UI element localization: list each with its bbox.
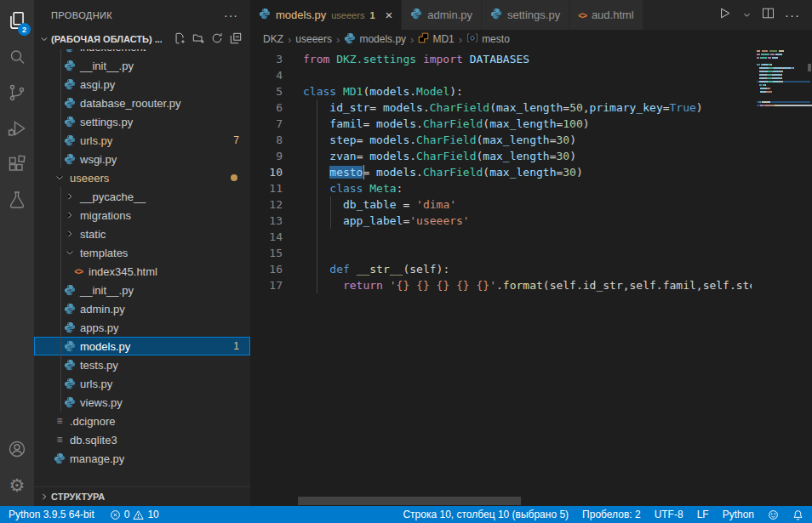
code-line-5[interactable]: 5class MD1(models.Model):: [250, 83, 752, 99]
status-cursor-position[interactable]: Строка 10, столбец 10 (выбрано 5): [403, 509, 569, 520]
activity-settings-icon[interactable]: ⚙: [0, 467, 34, 503]
refresh-icon[interactable]: [211, 32, 223, 46]
tree-item-__pycache__[interactable]: __pycache__: [34, 187, 250, 206]
explorer-sidebar: ПРОВОДНИК ··· (РАБОЧАЯ ОБЛАСТЬ) ... inde…: [34, 0, 250, 506]
python-icon: [53, 452, 66, 464]
status-python-interpreter[interactable]: Python 3.9.5 64-bit: [9, 509, 94, 520]
tree-item-wsgi.py[interactable]: wsgi.py: [34, 150, 250, 168]
explorer-actions: [174, 32, 250, 46]
line-number: 6: [250, 99, 289, 116]
code-line-3[interactable]: 3from DKZ.settings import DATABASES: [250, 51, 752, 67]
activity-run-debug-icon[interactable]: [0, 111, 34, 146]
new-folder-icon[interactable]: [192, 32, 204, 46]
tree-item-models.py[interactable]: models.py1: [34, 337, 250, 355]
workspace-section-header[interactable]: (РАБОЧАЯ ОБЛАСТЬ) ...: [34, 30, 250, 48]
status-eol[interactable]: LF: [697, 509, 709, 520]
tree-item-apps.py[interactable]: apps.py: [34, 318, 250, 337]
breadcrumb-item-useeers[interactable]: useeers: [295, 33, 332, 45]
code-line-11[interactable]: 11 class Meta:: [250, 180, 752, 196]
code-line-10[interactable]: 10 mesto= models.CharField(max_length=30…: [250, 164, 752, 180]
new-file-icon[interactable]: [174, 32, 186, 46]
tree-item-static[interactable]: static: [34, 225, 250, 243]
editor-group: models.pyuseeers1×admin.pysettings.py<>a…: [250, 0, 812, 506]
more-actions-icon[interactable]: ···: [785, 8, 800, 22]
status-encoding[interactable]: UTF-8: [655, 509, 683, 520]
tab-aud.html[interactable]: <>aud.html: [569, 0, 643, 30]
activity-testing-icon[interactable]: [0, 182, 34, 218]
minimap-line: [757, 105, 810, 106]
code-line-13[interactable]: 13 app_label='useeers': [250, 213, 752, 229]
breadcrumb-item-MD1[interactable]: MD1: [418, 32, 454, 46]
code-line-12[interactable]: 12 db_table = 'dima': [250, 196, 752, 213]
modified-dot: [231, 174, 237, 181]
tree-item-db.sqlite3[interactable]: ≡db.sqlite3: [34, 430, 250, 449]
chevron-right-icon: ›: [336, 33, 340, 46]
tab-admin.py[interactable]: admin.py: [402, 0, 482, 30]
tree-item-indexelement[interactable]: indexelement: [34, 49, 250, 56]
activity-search-icon[interactable]: [0, 39, 34, 75]
activity-account-icon[interactable]: [0, 431, 34, 467]
tree-item-manage.py[interactable]: manage.py: [34, 449, 250, 466]
tree-item-label: models.py: [80, 340, 130, 353]
code-line-7[interactable]: 7 famil= models.CharField(max_length=100…: [250, 116, 752, 132]
code-line-9[interactable]: 9 zvan= models.CharField(max_length=30): [250, 148, 752, 164]
code-line-6[interactable]: 6 id_str= models.CharField(max_length=50…: [250, 99, 752, 116]
status-indentation[interactable]: Пробелов: 2: [582, 509, 641, 520]
tree-item-useeers[interactable]: useeers: [34, 168, 250, 187]
split-editor-icon[interactable]: [762, 7, 775, 23]
line-number: 15: [250, 245, 289, 261]
code-editor[interactable]: 3from DKZ.settings import DATABASES45cla…: [250, 48, 812, 506]
tree-item-label: settings.py: [80, 116, 133, 128]
tree-item-database_roouter.py[interactable]: database_roouter.py: [34, 94, 250, 112]
status-notifications[interactable]: [792, 509, 803, 520]
activity-source-control-icon[interactable]: [0, 75, 34, 111]
tree-item-.dcignore[interactable]: ≡.dcignore: [34, 412, 250, 430]
tree-item-label: migrations: [80, 209, 131, 222]
chevron-right-icon: [37, 492, 51, 501]
minimap[interactable]: [752, 48, 812, 506]
code-line-17[interactable]: 17 return '{} {} {} {} {}'.format(self.i…: [250, 277, 752, 293]
code-line-16[interactable]: 16 def __str__(self):: [250, 261, 752, 277]
code-area[interactable]: 3from DKZ.settings import DATABASES45cla…: [250, 48, 752, 506]
tree-item-tests.py[interactable]: tests.py: [34, 355, 250, 374]
status-language-mode[interactable]: Python: [723, 509, 754, 520]
horizontal-scrollbar[interactable]: [298, 497, 521, 505]
activity-explorer-icon[interactable]: 2: [0, 3, 34, 39]
tree-item-index345.html[interactable]: <>index345.html: [34, 262, 250, 281]
run-dropdown-icon[interactable]: [742, 8, 752, 23]
tree-item-asgi.py[interactable]: asgi.py: [34, 75, 250, 94]
code-line-14[interactable]: 14: [250, 229, 752, 245]
outline-label: СТРУКТУРА: [51, 492, 105, 502]
tree-item-views.py[interactable]: views.py: [34, 393, 250, 412]
run-icon[interactable]: [718, 6, 732, 24]
collapse-all-icon[interactable]: [230, 32, 242, 46]
tree-item-label: .dcignore: [70, 415, 115, 428]
tab-settings.py[interactable]: settings.py: [482, 0, 569, 30]
status-feedback[interactable]: [768, 509, 779, 520]
tree-item-label: urls.py: [80, 134, 112, 147]
breadcrumb-item-mesto[interactable]: mesto: [466, 32, 510, 46]
breadcrumb-item-models.py[interactable]: models.py: [344, 32, 406, 47]
code-line-15[interactable]: 15: [250, 245, 752, 261]
code-line-8[interactable]: 8 step= models.CharField(max_length=30): [250, 132, 752, 148]
overview-ruler-marker: [808, 64, 811, 71]
line-number: 14: [250, 229, 289, 245]
code-line-4[interactable]: 4: [250, 67, 752, 83]
status-problems[interactable]: 010: [110, 509, 159, 520]
tab-models.py[interactable]: models.pyuseeers1×: [250, 0, 402, 30]
tree-item-__init__.py[interactable]: __init__.py: [34, 56, 250, 75]
ellipsis-icon[interactable]: ···: [224, 9, 238, 22]
tree-item-__init__.py[interactable]: __init__.py: [34, 281, 250, 299]
tree-item-urls.py[interactable]: urls.py: [34, 374, 250, 393]
tree-item-migrations[interactable]: migrations: [34, 206, 250, 225]
chevron-right-icon: ›: [459, 33, 462, 46]
minimap-line: [757, 88, 810, 89]
tree-item-urls.py[interactable]: urls.py7: [34, 131, 250, 150]
activity-extensions-icon[interactable]: [0, 146, 34, 182]
tree-item-settings.py[interactable]: settings.py: [34, 112, 250, 131]
tree-item-admin.py[interactable]: admin.py: [34, 299, 250, 318]
breadcrumb-item-DKZ[interactable]: DKZ: [263, 33, 283, 45]
outline-section-header[interactable]: СТРУКТУРА: [34, 486, 250, 506]
tree-item-templates[interactable]: templates: [34, 243, 250, 262]
close-icon[interactable]: ×: [386, 9, 393, 21]
